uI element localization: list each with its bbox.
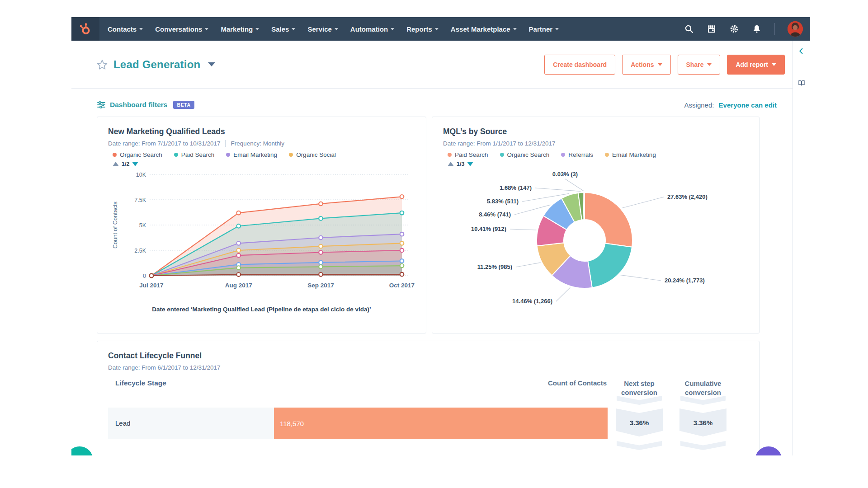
user-avatar[interactable] <box>788 21 803 37</box>
actions-button[interactable]: Actions <box>622 55 670 75</box>
panel-icon-button[interactable] <box>793 73 810 94</box>
label-connector-line <box>556 287 570 301</box>
legend-page-up-icon[interactable] <box>113 162 119 166</box>
notifications-icon[interactable] <box>752 24 762 34</box>
legend-label: Organic Search <box>507 151 550 158</box>
nav-item-automation[interactable]: Automation <box>350 25 394 33</box>
legend-item-referrals[interactable]: Referrals <box>561 151 593 158</box>
data-point-marker[interactable] <box>400 272 404 277</box>
donut-slice-8[interactable] <box>583 192 585 220</box>
data-point-marker[interactable] <box>236 266 241 270</box>
legend-item-email-marketing[interactable]: Email Marketing <box>226 151 277 158</box>
y-tick-label: 0 <box>143 273 146 279</box>
hubspot-logo[interactable] <box>71 17 99 41</box>
legend-item-organic-search[interactable]: Organic Search <box>113 151 162 158</box>
nav-item-reports[interactable]: Reports <box>406 25 439 33</box>
donut-date-range: Date range: From 1/1/2017 to 12/31/2017 <box>443 140 555 147</box>
legend-item-organic-search[interactable]: Organic Search <box>500 151 550 158</box>
data-point-marker[interactable] <box>236 272 241 277</box>
marketplace-icon[interactable] <box>707 24 717 34</box>
legend-label: Email Marketing <box>233 151 277 158</box>
nav-item-service[interactable]: Service <box>307 25 338 33</box>
y-tick-label: 10K <box>136 172 146 178</box>
data-point-marker[interactable] <box>319 250 323 254</box>
data-point-marker[interactable] <box>236 224 241 228</box>
legend-label: Paid Search <box>181 151 215 158</box>
data-point-marker[interactable] <box>400 264 404 268</box>
chevron-down-icon <box>555 28 559 30</box>
data-point-marker[interactable] <box>400 241 404 245</box>
data-point-marker[interactable] <box>236 253 241 258</box>
data-point-marker[interactable] <box>236 249 241 253</box>
nav-item-asset-marketplace[interactable]: Asset Marketplace <box>451 25 517 33</box>
data-point-marker[interactable] <box>400 232 404 236</box>
legend-item-email-marketing[interactable]: Email Marketing <box>605 151 656 158</box>
nav-item-sales[interactable]: Sales <box>271 25 295 33</box>
assigned-value-link[interactable]: Everyone can edit <box>719 101 777 109</box>
donut-slice-1[interactable] <box>588 243 632 287</box>
data-point-marker[interactable] <box>319 236 323 240</box>
data-point-marker[interactable] <box>236 211 241 215</box>
nav-item-marketing[interactable]: Marketing <box>221 25 259 33</box>
next-step-conversion-badge: 3.36% <box>616 408 663 436</box>
legend-page-down-icon[interactable] <box>132 162 138 166</box>
chevron-down-icon <box>205 28 208 30</box>
dashboard-filters-label: Dashboard filters <box>110 101 167 109</box>
assigned-row: Assigned: Everyone can edit <box>684 101 777 109</box>
legend-page-up-icon[interactable] <box>448 162 454 166</box>
top-navbar: ContactsConversationsMarketingSalesServi… <box>71 17 810 41</box>
data-point-marker[interactable] <box>400 259 404 263</box>
nav-item-partner[interactable]: Partner <box>529 25 559 33</box>
create-dashboard-button[interactable]: Create dashboard <box>544 55 615 75</box>
right-rail <box>793 41 810 455</box>
favorite-star-icon[interactable] <box>97 59 108 70</box>
y-axis-title: Count of Contacts <box>112 201 118 249</box>
actions-label: Actions <box>631 61 654 68</box>
line-chart-svg: 02.5K5K7.5K10KCount of ContactsJul 2017A… <box>108 167 416 303</box>
count-bar[interactable]: 118,570 <box>274 408 608 439</box>
chevron-down-icon <box>707 63 712 66</box>
legend-page-down-icon[interactable] <box>467 162 473 166</box>
data-point-marker[interactable] <box>400 211 404 215</box>
label-connector-line <box>565 179 584 191</box>
chevron-down-icon <box>391 28 394 30</box>
next-step-conversion-cell: 3.36% <box>616 408 663 439</box>
dashboard-filters-button[interactable]: Dashboard filters BETA <box>97 100 194 109</box>
card-new-mql-leads: New Marketing Qualified Leads Date range… <box>97 117 426 333</box>
dashboard-selector-caret[interactable] <box>208 62 215 66</box>
data-point-marker[interactable] <box>319 261 323 265</box>
data-point-marker[interactable] <box>236 241 241 245</box>
header-buttons: Create dashboard Actions Share Add repor… <box>544 55 785 75</box>
data-point-marker[interactable] <box>319 265 323 269</box>
data-point-marker[interactable] <box>319 244 323 249</box>
legend-dot <box>289 153 293 157</box>
donut-chart-legend: Paid SearchOrganic SearchReferralsEmail … <box>448 151 748 158</box>
donut-slice-label: 0.03% (3) <box>552 171 578 178</box>
data-point-marker[interactable] <box>319 202 323 206</box>
search-icon[interactable] <box>684 24 694 34</box>
legend-item-paid-search[interactable]: Paid Search <box>448 151 488 158</box>
data-point-marker[interactable] <box>319 272 323 277</box>
nav-item-conversations[interactable]: Conversations <box>155 25 208 33</box>
data-point-marker[interactable] <box>319 216 323 221</box>
legend-dot <box>113 153 117 157</box>
legend-item-organic-social[interactable]: Organic Social <box>289 151 336 158</box>
chevron-fragment <box>680 441 726 450</box>
nav-item-contacts[interactable]: Contacts <box>108 25 143 33</box>
share-button[interactable]: Share <box>678 55 721 75</box>
donut-slice-0[interactable] <box>585 192 632 247</box>
chevron-fragment <box>617 396 662 405</box>
data-point-marker[interactable] <box>150 274 154 278</box>
settings-icon[interactable] <box>729 24 739 34</box>
legend-dot <box>500 153 504 157</box>
add-report-button[interactable]: Add report <box>727 55 785 75</box>
assigned-label: Assigned: <box>684 101 714 109</box>
legend-item-paid-search[interactable]: Paid Search <box>174 151 215 158</box>
donut-chart-title: MQL’s by Source <box>443 127 748 136</box>
data-point-marker[interactable] <box>400 195 404 199</box>
chevron-down-icon <box>435 28 439 30</box>
legend-label: Referrals <box>568 151 593 158</box>
collapse-panel-button[interactable] <box>793 41 810 61</box>
label-connector-line <box>516 263 541 267</box>
data-point-marker[interactable] <box>400 249 404 253</box>
